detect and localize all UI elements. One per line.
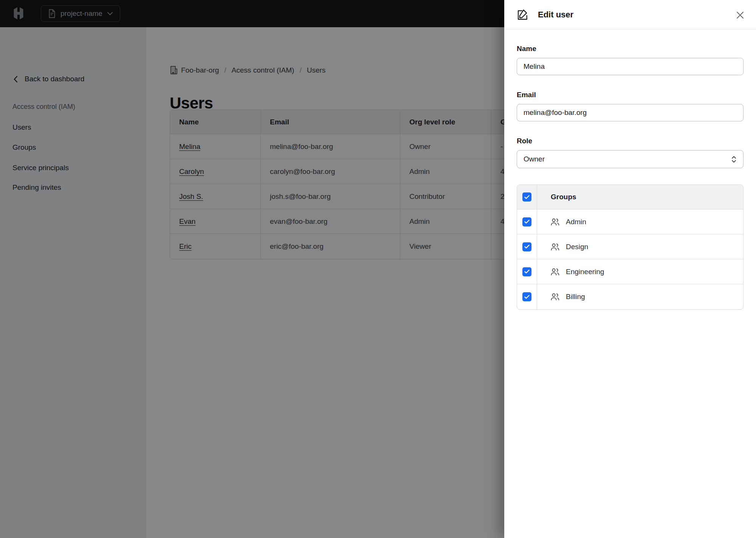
groups-panel: Groups Admin xyxy=(517,185,744,310)
role-select[interactable]: Owner xyxy=(517,150,744,168)
drawer-header: Edit user xyxy=(504,0,756,29)
group-label: Engineering xyxy=(566,268,604,276)
groups-panel-header-label: Groups xyxy=(537,185,744,209)
drawer-body: Name Email Role Owner Groups xyxy=(504,29,756,310)
name-field[interactable] xyxy=(517,58,744,75)
email-field[interactable] xyxy=(517,104,744,121)
group-label: Admin xyxy=(566,218,586,226)
email-field-label: Email xyxy=(517,91,744,99)
group-checkbox-admin[interactable] xyxy=(522,217,531,226)
group-row-design: Design xyxy=(517,234,743,259)
name-field-label: Name xyxy=(517,45,744,53)
groups-panel-header-row: Groups xyxy=(517,185,743,209)
users-group-icon xyxy=(551,243,559,251)
group-label: Billing xyxy=(566,293,585,301)
select-all-groups-checkbox[interactable] xyxy=(522,192,531,202)
edit-user-drawer: Edit user Name Email Role Owner xyxy=(504,0,756,538)
role-field-label: Role xyxy=(517,137,744,145)
role-select-value: Owner xyxy=(524,155,545,163)
group-label: Design xyxy=(566,243,588,251)
group-checkbox-design[interactable] xyxy=(522,242,531,251)
close-icon[interactable] xyxy=(734,9,746,21)
group-row-admin: Admin xyxy=(517,209,743,234)
group-checkbox-engineering[interactable] xyxy=(522,267,531,276)
users-group-icon xyxy=(551,293,559,301)
select-stepper-icon xyxy=(731,155,737,163)
group-checkbox-billing[interactable] xyxy=(522,292,531,301)
group-row-billing: Billing xyxy=(517,284,743,309)
users-group-icon xyxy=(551,218,559,226)
users-group-icon xyxy=(551,268,559,276)
drawer-title: Edit user xyxy=(538,10,573,20)
edit-pencil-icon xyxy=(517,9,529,21)
group-row-engineering: Engineering xyxy=(517,259,743,284)
